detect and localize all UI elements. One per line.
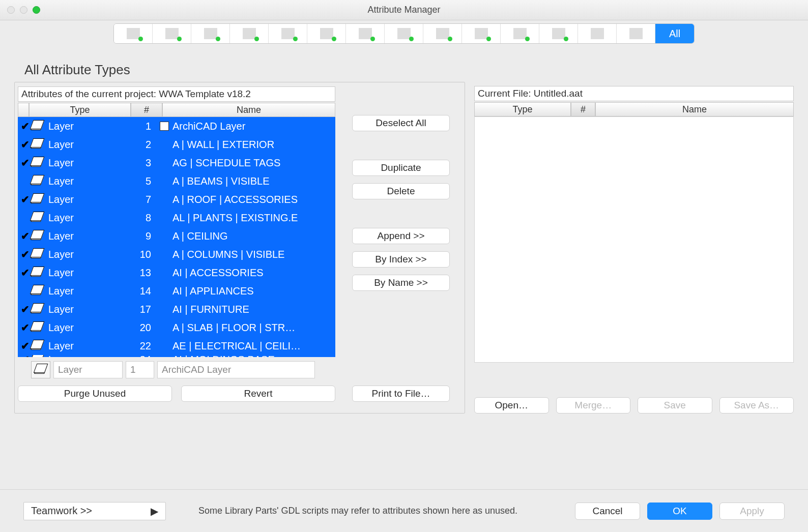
layer-icon xyxy=(30,250,44,258)
open-button[interactable]: Open… xyxy=(474,397,549,413)
row-name: A | SLAB | FLOOR | STR… xyxy=(172,322,335,334)
row-check-icon: ✔ xyxy=(20,120,30,132)
editor-name-input[interactable] xyxy=(157,361,315,378)
tool-all[interactable]: All xyxy=(655,24,694,43)
print-to-file-button[interactable]: Print to File… xyxy=(352,386,450,402)
attribute-table[interactable]: ✔Layer1ArchiCAD Layer✔Layer2A | WALL | E… xyxy=(18,117,335,357)
tool-operation[interactable] xyxy=(578,24,617,43)
row-num: 20 xyxy=(125,322,156,334)
table-row[interactable]: Layer14AI | APPLIANCES xyxy=(18,282,335,300)
layer-icon xyxy=(30,323,44,332)
right-col-name[interactable]: Name xyxy=(595,102,794,116)
tool-zone-categories[interactable] xyxy=(423,24,462,43)
editor-num-input[interactable] xyxy=(126,361,154,378)
col-num[interactable]: # xyxy=(131,103,162,117)
row-name: ArchiCAD Layer xyxy=(172,121,335,132)
table-row[interactable]: ✔Layer1ArchiCAD Layer xyxy=(18,117,335,135)
duplicate-button[interactable]: Duplicate xyxy=(352,160,450,176)
row-name: A | COLUMNS | VISIBLE xyxy=(172,249,335,260)
teamwork-button[interactable]: Teamwork >> ▶ xyxy=(23,502,166,520)
renovation-icon xyxy=(629,28,643,39)
row-check-icon: ✔ xyxy=(20,157,30,169)
zone-categories-icon xyxy=(436,28,449,39)
right-col-type[interactable]: Type xyxy=(474,102,571,116)
fills-icon xyxy=(204,28,217,39)
toolbar: All xyxy=(0,20,808,47)
purge-unused-button[interactable]: Purge Unused xyxy=(18,386,172,402)
row-check-icon: ✔ xyxy=(20,230,30,242)
col-type[interactable]: Type xyxy=(29,103,131,117)
row-type: Layer xyxy=(44,139,125,151)
tool-fills[interactable] xyxy=(191,24,230,43)
section-title: All Attribute Types xyxy=(24,62,808,78)
tool-mep[interactable] xyxy=(462,24,501,43)
tool-pens[interactable] xyxy=(230,24,269,43)
tool-composites[interactable] xyxy=(346,24,385,43)
composites-icon xyxy=(359,28,372,39)
layer-icon xyxy=(30,159,44,167)
editor-type-input[interactable] xyxy=(53,361,123,378)
layer-icon xyxy=(30,177,44,185)
row-check-icon: ✔ xyxy=(20,248,30,260)
window-title: Attribute Manager xyxy=(0,5,808,15)
row-name: A | ROOF | ACCESSORIES xyxy=(172,194,335,205)
layer-icon xyxy=(30,195,44,203)
current-file-label: Current File: Untitled.aat xyxy=(474,86,794,101)
tool-surfaces[interactable] xyxy=(269,24,307,43)
row-name: AI | APPLIANCES xyxy=(172,285,335,297)
table-row[interactable]: ✔Layer7A | ROOF | ACCESSORIES xyxy=(18,190,335,209)
tool-renovation[interactable] xyxy=(617,24,655,43)
table-row[interactable]: ✔Layer10A | COLUMNS | VISIBLE xyxy=(18,245,335,263)
pens-icon xyxy=(243,28,256,39)
cities-icon xyxy=(513,28,527,39)
merge-button[interactable]: Merge… xyxy=(556,397,631,413)
right-col-num[interactable]: # xyxy=(571,102,595,116)
col-check[interactable] xyxy=(18,103,29,117)
left-panel: Attributes of the current project: WWA T… xyxy=(14,82,465,413)
revert-button[interactable]: Revert xyxy=(181,386,335,402)
row-num: 1 xyxy=(125,121,156,132)
table-row[interactable]: Layer8AL | PLANTS | EXISTING.E xyxy=(18,209,335,227)
save-as-button[interactable]: Save As… xyxy=(719,397,794,413)
row-num: 22 xyxy=(125,340,156,352)
row-type: Layer xyxy=(44,230,125,242)
title-bar: Attribute Manager xyxy=(0,0,808,20)
deselect-all-button[interactable]: Deselect All xyxy=(352,115,450,131)
tool-linetypes[interactable] xyxy=(153,24,191,43)
table-row[interactable]: Layer5A | BEAMS | VISIBLE xyxy=(18,172,335,190)
layer-icon xyxy=(30,356,44,357)
editor-row xyxy=(18,361,335,378)
table-row[interactable]: ✔Layer9A | CEILING xyxy=(18,227,335,245)
tool-profiles[interactable] xyxy=(385,24,423,43)
table-row[interactable]: ✔Layer17AI | FURNITURE xyxy=(18,300,335,318)
editor-type-icon[interactable] xyxy=(31,361,50,378)
delete-button[interactable]: Delete xyxy=(352,183,450,199)
layer-icon xyxy=(34,366,47,374)
table-row[interactable]: ✔Layer24AI | MOLDINGS BASE xyxy=(18,355,335,357)
by-index-button[interactable]: By Index >> xyxy=(352,251,450,268)
layer-icon xyxy=(30,232,44,240)
table-row[interactable]: ✔Layer20A | SLAB | FLOOR | STR… xyxy=(18,318,335,337)
col-name[interactable]: Name xyxy=(162,103,335,117)
tool-layers[interactable] xyxy=(114,24,153,43)
table-row[interactable]: ✔Layer22AE | ELECTRICAL | CEILI… xyxy=(18,337,335,355)
tool-cities[interactable] xyxy=(501,24,539,43)
right-table[interactable] xyxy=(474,116,794,363)
row-type: Layer xyxy=(44,175,125,187)
ok-button[interactable]: OK xyxy=(647,503,712,520)
operation-icon xyxy=(591,28,604,39)
row-name: AL | PLANTS | EXISTING.E xyxy=(172,212,335,224)
table-row[interactable]: ✔Layer2A | WALL | EXTERIOR xyxy=(18,135,335,154)
tool-markup[interactable] xyxy=(539,24,578,43)
project-label: Attributes of the current project: WWA T… xyxy=(18,86,335,102)
tool-building-materials[interactable] xyxy=(307,24,346,43)
by-name-button[interactable]: By Name >> xyxy=(352,275,450,291)
row-name-icon xyxy=(156,122,172,131)
table-row[interactable]: ✔Layer13AI | ACCESSORIES xyxy=(18,263,335,282)
save-button[interactable]: Save xyxy=(638,397,712,413)
append-button[interactable]: Append >> xyxy=(352,228,450,244)
apply-button[interactable]: Apply xyxy=(719,503,785,520)
table-row[interactable]: ✔Layer3AG | SCHEDULE TAGS xyxy=(18,154,335,172)
row-check-icon: ✔ xyxy=(20,267,30,279)
cancel-button[interactable]: Cancel xyxy=(575,503,640,520)
